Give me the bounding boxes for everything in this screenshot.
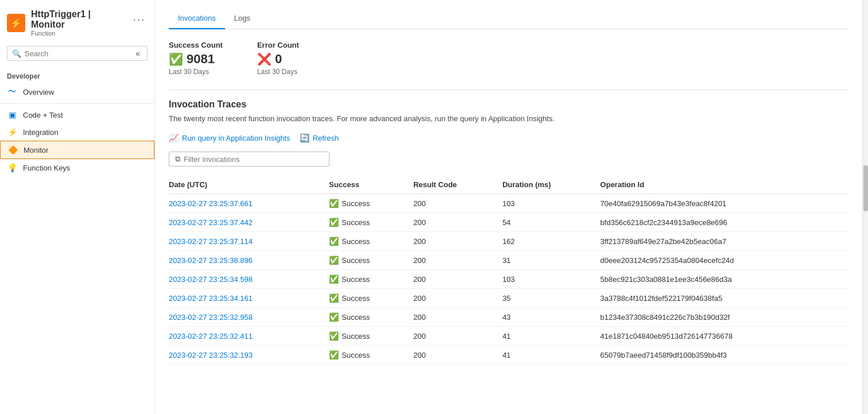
cell-success: ✅Success — [329, 327, 413, 346]
success-text: Success — [342, 218, 370, 227]
tabs-bar: Invocations Logs — [169, 9, 848, 29]
cell-success: ✅Success — [329, 232, 413, 251]
run-query-button[interactable]: 📈 Run query in Application Insights — [169, 131, 290, 145]
refresh-label: Refresh — [313, 134, 339, 142]
sidebar: ⚡ HttpTrigger1 | Monitor ··· Function 🔍 … — [0, 0, 155, 414]
cell-result-code: 200 — [413, 213, 502, 232]
app-header: ⚡ HttpTrigger1 | Monitor ··· Function — [0, 5, 154, 44]
cell-duration: 43 — [502, 308, 600, 327]
run-query-label: Run query in Application Insights — [182, 134, 290, 142]
success-check-icon: ✅ — [329, 256, 339, 265]
tab-invocations[interactable]: Invocations — [169, 9, 225, 29]
sidebar-nav: 〜 Overview ▣ Code + Test ⚡ Integration 🔶… — [0, 83, 154, 176]
col-header-duration: Duration (ms) — [502, 176, 600, 194]
app-title-block: HttpTrigger1 | Monitor ··· Function — [31, 9, 148, 37]
sidebar-item-code-test[interactable]: ▣ Code + Test — [0, 106, 154, 123]
monitor-icon: 🔶 — [7, 145, 18, 154]
section-divider — [169, 90, 848, 90]
app-icon: ⚡ — [7, 14, 25, 32]
col-header-date: Date (UTC) — [169, 176, 329, 194]
table-row: 2023-02-27 23:25:37.661 ✅Success 200 103… — [169, 194, 848, 213]
cell-operation-id: d0eee203124c95725354a0804ecefc24d — [600, 251, 848, 270]
filter-icon: ⧉ — [175, 154, 180, 164]
col-header-success: Success — [329, 176, 413, 194]
code-test-icon: ▣ — [7, 110, 17, 119]
col-header-operation-id: Operation Id — [600, 176, 848, 194]
success-check-icon: ✅ — [329, 218, 339, 227]
filter-invocations-input[interactable] — [184, 155, 323, 164]
success-text: Success — [342, 256, 370, 265]
table-row: 2023-02-27 23:25:36.896 ✅Success 200 31 … — [169, 251, 848, 270]
cell-success: ✅Success — [329, 194, 413, 213]
refresh-button[interactable]: 🔄 Refresh — [300, 131, 339, 145]
sidebar-item-label-integration: Integration — [23, 128, 58, 137]
cell-date[interactable]: 2023-02-27 23:25:32.411 — [169, 327, 329, 346]
success-text: Success — [342, 294, 370, 303]
cell-date[interactable]: 2023-02-27 23:25:37.442 — [169, 213, 329, 232]
cell-duration: 41 — [502, 327, 600, 346]
app-title: HttpTrigger1 | Monitor — [31, 9, 126, 30]
action-row: 📈 Run query in Application Insights 🔄 Re… — [169, 131, 848, 145]
app-subtitle: Function — [31, 30, 148, 37]
tab-logs[interactable]: Logs — [225, 9, 259, 29]
cell-operation-id: 41e1871c04840eb9513d726147736678 — [600, 327, 848, 346]
filter-invocations-wrap[interactable]: ⧉ — [169, 152, 330, 167]
success-text: Success — [342, 237, 370, 246]
success-check-icon: ✅ — [329, 312, 339, 322]
cell-date[interactable]: 2023-02-27 23:25:37.114 — [169, 232, 329, 251]
error-icon: ❌ — [257, 52, 272, 66]
cell-operation-id: 5b8ec921c303a0881e1ee3c456e86d3a — [600, 270, 848, 289]
cell-result-code: 200 — [413, 194, 502, 213]
cell-operation-id: 3a3788c4f1012fdef522179f04638fa5 — [600, 289, 848, 308]
success-text: Success — [342, 275, 370, 284]
cell-date[interactable]: 2023-02-27 23:25:32.958 — [169, 308, 329, 327]
cell-result-code: 200 — [413, 327, 502, 346]
cell-date[interactable]: 2023-02-27 23:25:37.661 — [169, 194, 329, 213]
success-text: Success — [342, 351, 370, 359]
sidebar-item-label-function-keys: Function Keys — [23, 164, 70, 172]
cell-date[interactable]: 2023-02-27 23:25:36.896 — [169, 251, 329, 270]
cell-duration: 54 — [502, 213, 600, 232]
success-count-block: Success Count ✅ 9081 Last 30 Days — [169, 41, 223, 76]
cell-date[interactable]: 2023-02-27 23:25:34.598 — [169, 270, 329, 289]
stats-row: Success Count ✅ 9081 Last 30 Days Error … — [169, 41, 848, 76]
cell-date[interactable]: 2023-02-27 23:25:34.161 — [169, 289, 329, 308]
search-input[interactable] — [25, 49, 130, 58]
success-check-icon: ✅ — [329, 350, 339, 359]
more-options-button[interactable]: ··· — [131, 14, 148, 26]
cell-duration: 41 — [502, 346, 600, 365]
cell-operation-id: bfd356c6218cf2c2344913a9ece8e696 — [600, 213, 848, 232]
error-count-block: Error Count ❌ 0 Last 30 Days — [257, 41, 299, 76]
invocation-traces-desc: The twenty most recent function invocati… — [169, 114, 848, 123]
sidebar-item-monitor[interactable]: 🔶 Monitor — [0, 141, 154, 159]
cell-result-code: 200 — [413, 251, 502, 270]
cell-result-code: 200 — [413, 346, 502, 365]
search-box[interactable]: 🔍 « — [7, 46, 148, 61]
sidebar-item-function-keys[interactable]: 💡 Function Keys — [0, 159, 154, 176]
table-row: 2023-02-27 23:25:37.114 ✅Success 200 162… — [169, 232, 848, 251]
refresh-icon: 🔄 — [300, 133, 309, 142]
success-count-value: 9081 — [187, 52, 215, 67]
table-row: 2023-02-27 23:25:32.193 ✅Success 200 41 … — [169, 346, 848, 365]
error-count-value: 0 — [275, 52, 282, 67]
col-header-result-code: Result Code — [413, 176, 502, 194]
sidebar-item-integration[interactable]: ⚡ Integration — [0, 123, 154, 141]
cell-duration: 103 — [502, 194, 600, 213]
main-content: Invocations Logs Success Count ✅ 9081 La… — [155, 0, 862, 414]
collapse-sidebar-button[interactable]: « — [133, 49, 142, 58]
cell-date[interactable]: 2023-02-27 23:25:32.193 — [169, 346, 329, 365]
cell-success: ✅Success — [329, 270, 413, 289]
success-check-icon: ✅ — [329, 199, 339, 208]
app-icon-symbol: ⚡ — [10, 18, 22, 29]
cell-duration: 162 — [502, 232, 600, 251]
invocation-traces-title: Invocation Traces — [169, 99, 848, 110]
cell-result-code: 200 — [413, 270, 502, 289]
sidebar-item-label-monitor: Monitor — [24, 146, 48, 154]
developer-section-label: Developer — [0, 68, 154, 83]
scrollbar-track[interactable] — [862, 0, 868, 414]
scrollbar-thumb[interactable] — [863, 165, 868, 211]
cell-duration: 31 — [502, 251, 600, 270]
error-count-sub: Last 30 Days — [257, 68, 299, 76]
sidebar-item-overview[interactable]: 〜 Overview — [0, 83, 154, 101]
success-count-sub: Last 30 Days — [169, 68, 223, 76]
